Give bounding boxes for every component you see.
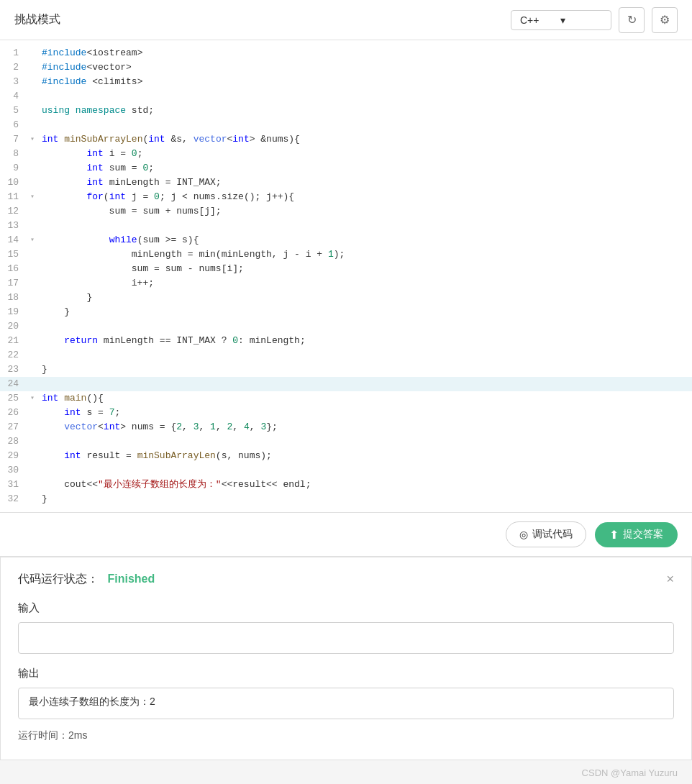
- result-title-area: 代码运行状态： Finished: [18, 572, 155, 587]
- refresh-button[interactable]: ↻: [619, 7, 645, 33]
- result-title-prefix: 代码运行状态：: [18, 573, 99, 585]
- code-lines: 1 #include<iostream> 2 #include<vector> …: [0, 40, 692, 512]
- language-label: C++: [520, 14, 539, 26]
- output-value: 最小连续子数组的长度为：2: [18, 688, 674, 719]
- submit-label: 提交答案: [623, 528, 663, 541]
- result-panel: 代码运行状态： Finished × 输入 输出 最小连续子数组的长度为：2 运…: [0, 557, 692, 760]
- table-row: 14 ▾ while(sum >= s){: [0, 233, 692, 247]
- table-row: 12 sum = sum + nums[j];: [0, 204, 692, 219]
- submit-button[interactable]: ⬆ 提交答案: [595, 522, 678, 547]
- result-header: 代码运行状态： Finished ×: [18, 572, 674, 587]
- table-row: 9 int sum = 0;: [0, 161, 692, 176]
- table-row: 3 #include <climits>: [0, 75, 692, 89]
- table-row: 23 }: [0, 363, 692, 377]
- table-row: 28: [0, 434, 692, 449]
- result-output-section: 输出 最小连续子数组的长度为：2: [18, 667, 674, 719]
- submit-icon: ⬆: [609, 528, 619, 542]
- debug-label: 调试代码: [532, 528, 573, 541]
- footer-credit: CSDN @Yamai Yuzuru: [0, 760, 692, 783]
- table-row: 18 }: [0, 291, 692, 305]
- settings-button[interactable]: ⚙: [652, 7, 678, 33]
- runtime-value: 2ms: [68, 729, 87, 741]
- editor-toolbar: ◎ 调试代码 ⬆ 提交答案: [0, 513, 692, 557]
- table-row: 24: [0, 377, 692, 391]
- fold-icon[interactable]: ▾: [30, 391, 39, 406]
- table-row: 15 minLength = min(minLength, j - i + 1)…: [0, 247, 692, 262]
- code-editor[interactable]: 1 #include<iostream> 2 #include<vector> …: [0, 40, 692, 513]
- table-row: 30: [0, 463, 692, 478]
- runtime-label: 运行时间：: [18, 729, 68, 741]
- header-controls: C++ ▾ ↻ ⚙: [511, 7, 678, 33]
- debug-button[interactable]: ◎ 调试代码: [506, 521, 586, 547]
- table-row: 20: [0, 319, 692, 334]
- table-row: 32 }: [0, 492, 692, 506]
- table-row: 26 int s = 7;: [0, 406, 692, 420]
- page-title: 挑战模式: [14, 12, 60, 27]
- runtime-info: 运行时间：2ms: [18, 729, 674, 742]
- chevron-down-icon: ▾: [560, 14, 565, 26]
- table-row: 31 cout<<"最小连续子数组的长度为："<<result<< endl;: [0, 478, 692, 492]
- table-row: 16 sum = sum - nums[i];: [0, 262, 692, 276]
- fold-icon[interactable]: ▾: [30, 190, 39, 204]
- settings-icon: ⚙: [660, 13, 670, 27]
- table-row: 25 ▾ int main(){: [0, 391, 692, 406]
- table-row: 27 vector<int> nums = {2, 3, 1, 2, 4, 3}…: [0, 420, 692, 434]
- table-row: 13: [0, 219, 692, 233]
- table-row: 8 int i = 0;: [0, 147, 692, 161]
- credit-text: CSDN @Yamai Yuzuru: [582, 767, 678, 778]
- input-field[interactable]: [18, 622, 674, 654]
- table-row: 5 using namespace std;: [0, 104, 692, 118]
- table-row: 7 ▾ int minSubArrayLen(int &s, vector<in…: [0, 132, 692, 147]
- table-row: 22: [0, 348, 692, 363]
- table-row: 19 }: [0, 305, 692, 319]
- fold-icon[interactable]: ▾: [30, 132, 39, 147]
- table-row: 1 #include<iostream>: [0, 46, 692, 60]
- result-input-section: 输入: [18, 601, 674, 667]
- table-row: 4: [0, 89, 692, 104]
- table-row: 17 i++;: [0, 276, 692, 291]
- language-selector[interactable]: C++ ▾: [511, 10, 611, 30]
- table-row: 11 ▾ for(int j = 0; j < nums.size(); j++…: [0, 190, 692, 204]
- debug-icon: ◎: [519, 529, 528, 540]
- input-label: 输入: [18, 601, 674, 615]
- result-status: Finished: [107, 573, 155, 585]
- table-row: 2 #include<vector>: [0, 60, 692, 75]
- refresh-icon: ↻: [627, 13, 637, 27]
- table-row: 6: [0, 118, 692, 132]
- table-row: 29 int result = minSubArrayLen(s, nums);: [0, 449, 692, 463]
- output-label: 输出: [18, 667, 674, 680]
- table-row: 10 int minLength = INT_MAX;: [0, 176, 692, 190]
- table-row: 21 return minLength == INT_MAX ? 0: minL…: [0, 334, 692, 348]
- close-icon[interactable]: ×: [666, 572, 674, 587]
- fold-icon[interactable]: ▾: [30, 233, 39, 247]
- header: 挑战模式 C++ ▾ ↻ ⚙: [0, 0, 692, 40]
